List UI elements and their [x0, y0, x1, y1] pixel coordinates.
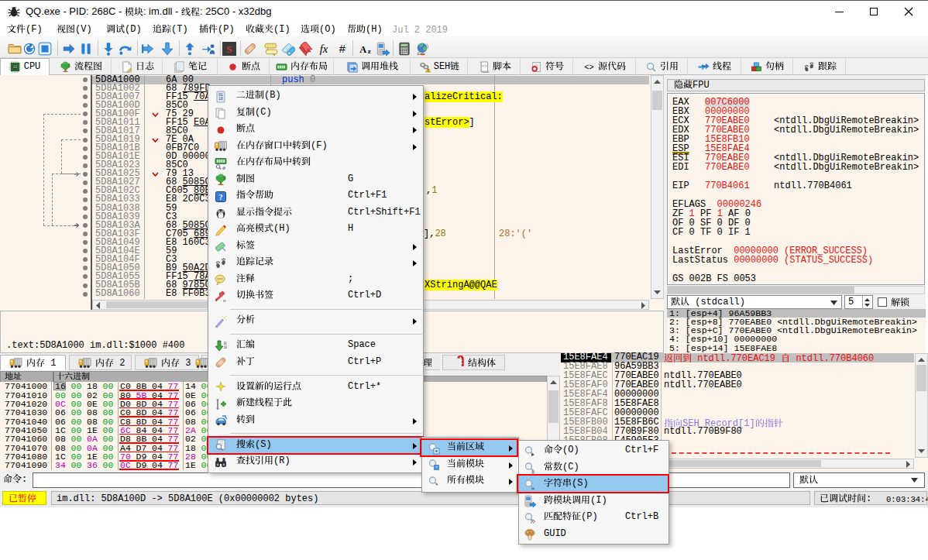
svg-text:fx: fx: [319, 42, 328, 54]
svg-text:<>: <>: [482, 64, 487, 69]
svg-text:A: A: [359, 43, 366, 54]
svg-text:S: S: [226, 43, 232, 55]
svg-text:!: !: [427, 68, 429, 72]
svg-text:10: 10: [224, 345, 227, 349]
svg-text:*: *: [435, 483, 438, 488]
svg-text:@: @: [222, 166, 225, 170]
svg-text:#: #: [339, 43, 346, 56]
svg-text:n: n: [223, 298, 225, 303]
svg-text:z: z: [368, 46, 371, 54]
svg-text:?: ?: [219, 193, 223, 201]
svg-text:*: *: [435, 466, 438, 471]
svg-text:32: 32: [12, 64, 17, 69]
svg-text:<>: <>: [584, 63, 593, 72]
svg-text:10: 10: [218, 97, 223, 101]
